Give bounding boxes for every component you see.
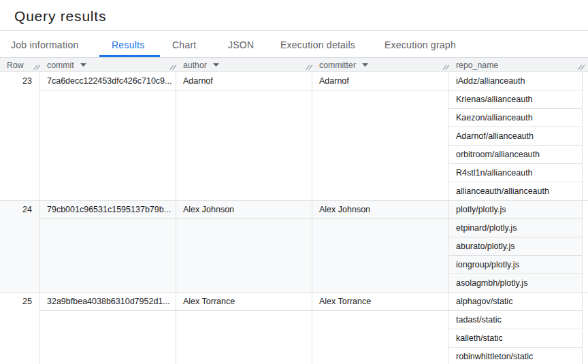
- cell-value-author: Alex Johnson: [176, 201, 312, 219]
- table-row: 2532a9bfbea4038b6310d7952d1...Alex Torra…: [0, 293, 588, 364]
- column-header-commit[interactable]: commit: [40, 58, 176, 71]
- column-label-commit: commit: [47, 61, 74, 70]
- cell-value-repo-name: robinwhittleton/static: [449, 348, 582, 364]
- cell-author: Alex Torrance: [176, 293, 312, 364]
- column-resize-handle-icon[interactable]: [442, 64, 449, 70]
- column-label-author: author: [183, 61, 207, 70]
- cell-author: Alex Johnson: [176, 201, 312, 292]
- cell-value-author: Adarnof: [176, 72, 312, 90]
- tab-execution-details[interactable]: Execution details: [280, 31, 355, 57]
- cell-value-author: Alex Torrance: [176, 293, 312, 311]
- column-header-committer[interactable]: committer: [312, 58, 449, 71]
- page-title: Query results: [14, 8, 106, 24]
- cell-value-repo-name: Adarnof/allianceauth: [449, 127, 582, 146]
- results-table: Rowcommitauthorcommitterrepo_name 237ca6…: [0, 58, 588, 364]
- cell-value-committer: Adarnof: [312, 72, 448, 90]
- column-header-row[interactable]: Row: [0, 58, 40, 71]
- dropdown-arrow-icon[interactable]: [213, 63, 219, 67]
- cell-value-repo-name: aburato/plotly.js: [449, 237, 582, 256]
- dropdown-arrow-icon[interactable]: [362, 63, 368, 67]
- dropdown-arrow-icon[interactable]: [80, 63, 86, 67]
- cell-value-repo-name: R4stl1n/allianceauth: [449, 164, 582, 182]
- cell-repo-name: plotly/plotly.jsetpinard/plotly.jsaburat…: [449, 201, 583, 292]
- cell-committer: Alex Johnson: [312, 201, 449, 292]
- tab-execution-graph[interactable]: Execution graph: [385, 31, 456, 57]
- tab-job-information[interactable]: Job information: [11, 31, 78, 57]
- column-resize-handle-icon[interactable]: [33, 64, 40, 70]
- cell-value-commit: 32a9bfbea4038b6310d7952d1...: [40, 293, 176, 311]
- cell-value-repo-name: iAddz/allianceauth: [449, 72, 582, 90]
- cell-committer: Alex Torrance: [312, 293, 449, 364]
- cell-value-repo-name: Krienas/allianceauth: [449, 90, 582, 109]
- cell-value-repo-name: allianceauth/allianceauth: [449, 182, 582, 200]
- cell-value-commit: 79cb001c96531c1595137b79b...: [40, 201, 176, 219]
- cell-value-repo-name: tadast/static: [449, 311, 582, 329]
- cell-committer: Adarnof: [312, 72, 449, 200]
- column-resize-handle-icon[interactable]: [306, 64, 312, 70]
- cell-author: Adarnof: [176, 72, 312, 200]
- cell-repo-name: alphagov/statictadast/statickalleth/stat…: [449, 293, 583, 364]
- column-label-row: Row: [7, 61, 24, 70]
- scrollbar-gutter: [583, 72, 588, 200]
- column-resize-handle-icon[interactable]: [578, 64, 585, 70]
- cell-value-repo-name: iongroup/plotly.js: [449, 256, 582, 274]
- table-body: 237ca6decc122453dfc426c710c9...AdarnofAd…: [0, 72, 588, 364]
- cell-commit: 7ca6decc122453dfc426c710c9...: [40, 72, 176, 200]
- tab-json[interactable]: JSON: [228, 31, 254, 57]
- panel-header: Query results: [0, 0, 588, 31]
- cell-value-repo-name: Kaezon/allianceauth: [449, 109, 582, 127]
- row-number: 23: [0, 72, 40, 200]
- cell-value-committer: Alex Torrance: [312, 293, 448, 311]
- table-row: 237ca6decc122453dfc426c710c9...AdarnofAd…: [0, 72, 588, 201]
- tab-results[interactable]: Results: [112, 31, 144, 57]
- cell-commit: 79cb001c96531c1595137b79b...: [40, 201, 176, 292]
- table-row: 2479cb001c96531c1595137b79b...Alex Johns…: [0, 201, 588, 293]
- scrollbar-gutter: [583, 201, 588, 292]
- row-number: 24: [0, 201, 40, 292]
- scrollbar-gutter: [583, 293, 588, 364]
- cell-repo-name: iAddz/allianceauthKrienas/allianceauthKa…: [449, 72, 583, 200]
- column-header-author[interactable]: author: [176, 58, 312, 71]
- cell-value-repo-name: alphagov/static: [449, 293, 582, 311]
- cell-value-repo-name: orbitroom/allianceauth: [449, 146, 582, 164]
- cell-value-repo-name: kalleth/static: [449, 329, 582, 348]
- tab-chart[interactable]: Chart: [172, 31, 196, 57]
- table-header: Rowcommitauthorcommitterrepo_name: [0, 58, 588, 72]
- column-resize-handle-icon[interactable]: [169, 64, 176, 70]
- cell-value-repo-name: etpinard/plotly.js: [449, 219, 582, 237]
- column-header-repo_name[interactable]: repo_name: [449, 58, 583, 71]
- cell-value-repo-name: asolagmbh/plotly.js: [449, 274, 582, 292]
- query-results-panel: Query results Job informationResultsChar…: [0, 0, 588, 364]
- cell-value-committer: Alex Johnson: [312, 201, 448, 219]
- active-tab-underline: [99, 55, 160, 57]
- cell-value-commit: 7ca6decc122453dfc426c710c9...: [40, 72, 176, 90]
- tab-bar: Job informationResultsChartJSONExecution…: [0, 31, 588, 58]
- row-number: 25: [0, 293, 40, 364]
- column-label-committer: committer: [319, 61, 356, 70]
- column-label-repo_name: repo_name: [456, 61, 498, 70]
- cell-value-repo-name: plotly/plotly.js: [449, 201, 582, 219]
- cell-commit: 32a9bfbea4038b6310d7952d1...: [40, 293, 176, 364]
